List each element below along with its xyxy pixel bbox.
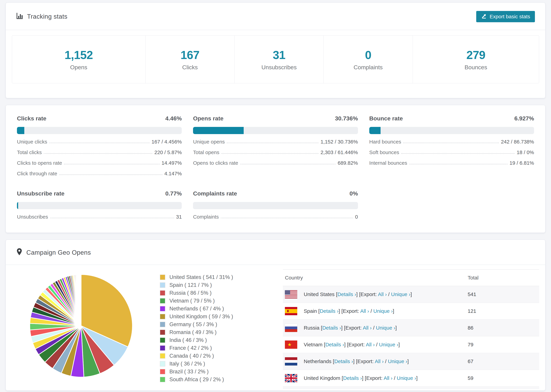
legend-item: Netherlands ( 67 / 4% ) [160,306,280,312]
legend-label: United States ( 541 / 31% ) [170,274,233,280]
rate-detail-row: Unique opens1,152 / 30.736% [193,139,358,145]
rate-progress-fill [17,202,18,209]
legend-item: Spain ( 121 / 7% ) [160,282,280,288]
rate-title: Opens rate [193,115,224,122]
legend-swatch [160,369,165,374]
geo-table-row-gb: United Kingdom [Details ›] [Export: All … [283,370,539,386]
rate-detail-row: Complaints0 [193,214,358,220]
rate-detail-label: Hard bounces [369,139,401,145]
legend-label: United Kingdom ( 59 / 3% ) [170,314,233,320]
rate-progress-fill [369,127,381,134]
legend-swatch [160,322,165,327]
export-unique-link[interactable]: Unique › [373,308,393,314]
rate-title: Unsubscribe rate [17,190,64,197]
rate-block-clicks-rate: Clicks rate4.46%Unique clicks167 / 4.456… [17,115,182,176]
rate-detail-row: Unsubscribes31 [17,214,182,220]
export-unique-link[interactable]: Unique › [379,342,398,347]
legend-label: Spain ( 121 / 7% ) [170,282,212,288]
tracking-stats-header: Tracking stats Export basic stats [6,3,545,30]
rate-detail-value: 167 / 4.456% [152,139,182,145]
rate-detail-value: 18 / 0% [517,149,534,155]
svg-text:★: ★ [288,342,292,347]
country-total [466,386,539,389]
dotted-leader [403,143,499,143]
rate-block-opens-rate: Opens rate30.736%Unique opens1,152 / 30.… [193,115,358,176]
dotted-leader [64,164,159,164]
export-basic-stats-button[interactable]: Export basic stats [476,11,535,22]
rate-detail-label: Opens to clicks rate [193,160,238,166]
stat-value: 0 [365,48,371,62]
dotted-leader [221,153,318,154]
tracking-stats-title: Tracking stats [16,12,67,21]
export-all-link[interactable]: All › [363,325,372,331]
export-all-link[interactable]: All › [366,342,375,347]
legend-swatch [160,345,165,351]
legend-item: Vietnam ( 79 / 5% ) [160,298,280,304]
export-unique-link[interactable]: Unique › [391,291,410,297]
legend-swatch [160,274,165,280]
rate-value: 0% [350,190,358,197]
legend-swatch [160,314,165,319]
details-link[interactable]: Details › [322,325,341,331]
legend-label: France ( 42 / 2% ) [170,345,212,351]
dotted-leader [59,175,162,175]
export-unique-link[interactable]: Unique › [397,375,416,381]
rate-detail-row: Hard bounces242 / 86.738% [369,139,534,145]
legend-swatch [160,306,165,311]
stat-label: Clicks [182,64,198,71]
legend-item: Italy ( 36 / 2% ) [160,361,280,367]
stats-summary-row: 1,152Opens167Clicks31Unsubscribes0Compla… [12,35,539,84]
geo-header: Campaign Geo Opens [6,240,545,265]
flag-us-icon [285,290,297,298]
export-all-link[interactable]: All › [378,291,387,297]
page-title: Tracking stats [27,13,67,20]
rate-progress-fill [17,127,24,134]
legend-item: Brazil ( 33 / 2% ) [160,369,280,375]
stat-value: 31 [273,48,285,62]
country-total: 121 [466,303,539,320]
stat-box-opens: 1,152Opens [12,35,146,83]
legend-swatch [160,353,165,359]
country-cell-text: Netherlands [Details ›] [Export: All › /… [304,358,409,364]
legend-swatch [160,337,165,343]
details-link[interactable]: Details › [334,358,353,364]
flag-vn-icon: ★ [285,341,297,349]
country-cell-text: Vietnam [Details ›] [Export: All › / Uni… [304,342,400,348]
rate-value: 4.46% [165,115,182,122]
geo-table-row-nl: Netherlands [Details ›] [Export: All › /… [283,353,539,370]
rate-progress-bar [193,127,358,134]
stat-label: Opens [70,64,87,71]
details-link[interactable]: Details › [325,342,344,347]
rate-detail-label: Internal bounces [369,160,407,166]
country-total: 541 [466,286,539,303]
rate-detail-row: Total opens2,303 / 61.446% [193,149,358,155]
stat-box-complaints: 0Complaints [324,35,413,83]
export-all-link[interactable]: All › [360,308,369,314]
export-all-link[interactable]: All › [375,358,384,364]
export-unique-link[interactable]: Unique › [376,325,395,331]
rate-block-unsubscribe-rate: Unsubscribe rate0.77%Unsubscribes31 [17,190,182,220]
stat-label: Complaints [353,64,383,71]
export-all-link[interactable]: All › [384,375,393,381]
legend-label: Germany ( 55 / 3% ) [170,321,217,328]
rate-detail-value: 242 / 86.738% [501,139,534,145]
geo-card-title: Campaign Geo Opens [26,249,91,256]
campaign-geo-opens-card: Campaign Geo Opens United States ( 541 /… [6,240,545,391]
legend-swatch [160,298,165,304]
details-link[interactable]: Details › [338,291,356,297]
export-unique-link[interactable]: Unique › [388,358,407,364]
rate-detail-label: Total clicks [17,149,42,155]
details-link[interactable]: Details › [343,375,362,381]
legend-label: Canada ( 40 / 2% ) [170,353,214,359]
details-link[interactable]: Details › [320,308,339,314]
country-total: 79 [466,336,539,353]
country-total: 59 [466,370,539,386]
country-cell-text: United Kingdom [Details ›] [Export: All … [304,375,417,381]
rate-progress-bar [17,202,182,209]
dotted-leader [50,218,174,218]
stat-box-unsubscribes: 31Unsubscribes [235,35,324,83]
geo-pie-chart [26,269,136,383]
dotted-leader [227,143,318,143]
dotted-leader [401,153,515,154]
flag-ru-icon [285,324,297,332]
